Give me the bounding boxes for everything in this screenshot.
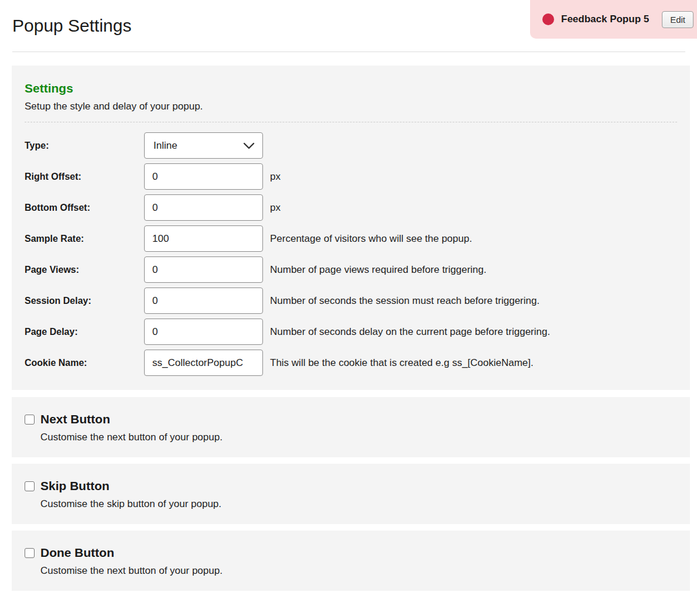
settings-subheading: Setup the style and delay of your popup. bbox=[25, 101, 677, 112]
form-row-type: Type: Inline bbox=[25, 132, 677, 159]
field-hint: This will be the cookie that is created … bbox=[270, 357, 534, 369]
settings-heading: Settings bbox=[25, 81, 677, 95]
cookie-name-input[interactable] bbox=[144, 350, 263, 376]
chevron-down-icon bbox=[243, 142, 255, 149]
section-description: Customise the next button of your popup. bbox=[40, 431, 677, 444]
done-button-section: Done Button Customise the next button of… bbox=[12, 531, 690, 591]
section-head: Next Button bbox=[25, 412, 677, 427]
right-offset-input[interactable] bbox=[144, 163, 263, 190]
field-label: Bottom Offset: bbox=[25, 203, 144, 213]
form-row-page-delay: Page Delay: Number of seconds delay on t… bbox=[25, 319, 677, 345]
settings-panel: Settings Setup the style and delay of yo… bbox=[12, 66, 690, 390]
bottom-offset-input[interactable] bbox=[144, 194, 263, 221]
field-hint: Number of seconds the session must reach… bbox=[270, 295, 539, 307]
section-title: Next Button bbox=[40, 412, 110, 427]
field-label: Page Delay: bbox=[25, 327, 144, 337]
status-dot-icon bbox=[542, 13, 554, 25]
form-row-session-delay: Session Delay: Number of seconds the ses… bbox=[25, 288, 677, 314]
page-delay-input[interactable] bbox=[144, 319, 263, 345]
form-row-cookie-name: Cookie Name: This will be the cookie tha… bbox=[25, 350, 677, 376]
field-hint: px bbox=[270, 171, 281, 183]
section-title: Done Button bbox=[40, 545, 114, 560]
section-title: Skip Button bbox=[40, 478, 110, 494]
field-label: Type: bbox=[25, 141, 144, 151]
skip-button-checkbox[interactable] bbox=[25, 481, 35, 491]
status-badge: Feedback Popup 5 Edit bbox=[530, 0, 697, 39]
header-divider bbox=[12, 52, 685, 52]
edit-button[interactable]: Edit bbox=[662, 11, 693, 28]
field-hint: Number of page views required before tri… bbox=[270, 264, 486, 276]
form-row-bottom-offset: Bottom Offset: px bbox=[25, 194, 677, 221]
section-description: Customise the skip button of your popup. bbox=[40, 498, 677, 511]
next-button-checkbox[interactable] bbox=[25, 415, 35, 425]
field-label: Session Delay: bbox=[25, 296, 144, 306]
done-button-checkbox[interactable] bbox=[25, 548, 35, 558]
sample-rate-input[interactable] bbox=[144, 225, 263, 252]
section-head: Done Button bbox=[25, 545, 677, 560]
skip-button-section: Skip Button Customise the skip button of… bbox=[12, 464, 690, 524]
field-label: Page Views: bbox=[25, 265, 144, 275]
field-label: Sample Rate: bbox=[25, 234, 144, 244]
field-hint: Percentage of visitors who will see the … bbox=[270, 233, 472, 245]
field-hint: Number of seconds delay on the current p… bbox=[270, 326, 550, 338]
form-row-sample-rate: Sample Rate: Percentage of visitors who … bbox=[25, 225, 677, 252]
field-label: Cookie Name: bbox=[25, 358, 144, 368]
page-views-input[interactable] bbox=[144, 256, 263, 283]
field-label: Right Offset: bbox=[25, 172, 144, 182]
form-row-page-views: Page Views: Number of page views require… bbox=[25, 256, 677, 283]
form-row-right-offset: Right Offset: px bbox=[25, 163, 677, 190]
section-head: Skip Button bbox=[25, 478, 677, 494]
next-button-section: Next Button Customise the next button of… bbox=[12, 397, 690, 457]
type-select-value: Inline bbox=[153, 140, 177, 152]
section-description: Customise the next button of your popup. bbox=[40, 564, 677, 577]
dotted-divider bbox=[25, 122, 677, 122]
session-delay-input[interactable] bbox=[144, 288, 263, 314]
status-badge-label: Feedback Popup 5 bbox=[561, 13, 649, 25]
field-hint: px bbox=[270, 202, 281, 214]
type-select[interactable]: Inline bbox=[144, 132, 263, 159]
